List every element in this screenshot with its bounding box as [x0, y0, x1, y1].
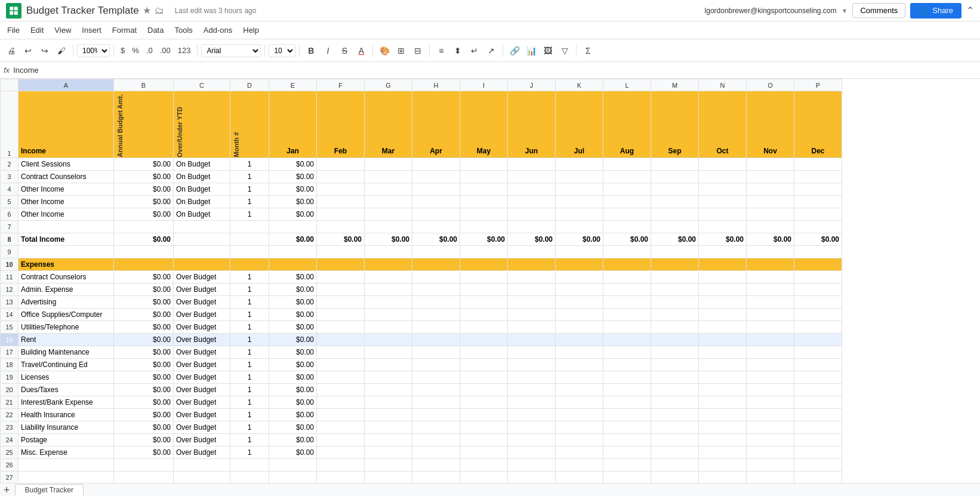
borders-button[interactable]: ⊞	[393, 43, 409, 58]
header-cell-income[interactable]: Income	[19, 91, 114, 158]
cell-M2[interactable]	[651, 158, 699, 171]
cell-I26[interactable]	[460, 459, 508, 472]
total-income-mar[interactable]: $0.00	[365, 233, 412, 246]
cell-F9[interactable]	[317, 246, 365, 258]
cell-K5[interactable]	[556, 196, 603, 208]
cell-C17[interactable]: Over Budget	[174, 346, 230, 359]
cell-N13[interactable]	[699, 296, 747, 309]
cell-H7[interactable]	[412, 221, 460, 233]
cell-F21[interactable]	[317, 396, 365, 409]
cell-J5[interactable]	[508, 196, 556, 208]
cell-M11[interactable]	[651, 271, 699, 284]
cell-J15[interactable]	[508, 321, 556, 334]
col-header-H[interactable]: H	[412, 79, 460, 91]
cell-G12[interactable]	[365, 284, 412, 296]
cell-O27[interactable]	[747, 472, 794, 483]
cell-E18[interactable]: $0.00	[269, 359, 317, 371]
col-header-M[interactable]: M	[651, 79, 699, 91]
cell-L19[interactable]	[603, 371, 651, 384]
cell-A16[interactable]: Rent	[19, 334, 114, 346]
cell-N23[interactable]	[699, 421, 747, 434]
cell-N17[interactable]	[699, 346, 747, 359]
cell-O22[interactable]	[747, 409, 794, 421]
cell-F6[interactable]	[317, 208, 365, 221]
cell-D22[interactable]: 1	[230, 409, 269, 421]
cell-M6[interactable]	[651, 208, 699, 221]
cell-D4[interactable]: 1	[230, 183, 269, 196]
menu-format[interactable]: Format	[107, 24, 141, 36]
share-button[interactable]: 👤 Share	[910, 3, 961, 19]
cell-H23[interactable]	[412, 421, 460, 434]
cell-P15[interactable]	[794, 321, 842, 334]
cell-B11[interactable]: $0.00	[114, 271, 174, 284]
font-size-select[interactable]: 10	[269, 44, 295, 57]
cell-I18[interactable]	[460, 359, 508, 371]
cell-A23[interactable]: Liability Insurance	[19, 421, 114, 434]
cell-K3[interactable]	[556, 171, 603, 183]
total-income-dec[interactable]: $0.00	[794, 233, 842, 246]
cell-B7[interactable]	[114, 221, 174, 233]
cell-F3[interactable]	[317, 171, 365, 183]
cell-G6[interactable]	[365, 208, 412, 221]
cell-H13[interactable]	[412, 296, 460, 309]
cell-D6[interactable]: 1	[230, 208, 269, 221]
menu-view[interactable]: View	[50, 24, 76, 36]
cell-J16[interactable]	[508, 334, 556, 346]
cell-J4[interactable]	[508, 183, 556, 196]
cell-F2[interactable]	[317, 158, 365, 171]
cell-F7[interactable]	[317, 221, 365, 233]
cell-E4[interactable]: $0.00	[269, 183, 317, 196]
cell-A5[interactable]: Other Income	[19, 196, 114, 208]
cell-J3[interactable]	[508, 171, 556, 183]
cell-M4[interactable]	[651, 183, 699, 196]
cell-M23[interactable]	[651, 421, 699, 434]
dec0-button[interactable]: .0	[143, 45, 156, 56]
cell-P19[interactable]	[794, 371, 842, 384]
cell-I22[interactable]	[460, 409, 508, 421]
cell-G18[interactable]	[365, 359, 412, 371]
cell-K16[interactable]	[556, 334, 603, 346]
text-wrap-button[interactable]: ↵	[467, 43, 482, 58]
col-header-O[interactable]: O	[747, 79, 794, 91]
cell-L12[interactable]	[603, 284, 651, 296]
header-cell-mar[interactable]: Mar	[365, 91, 412, 158]
cell-H16[interactable]	[412, 334, 460, 346]
redo-icon[interactable]: ↪	[37, 43, 53, 58]
cell-C26[interactable]	[174, 459, 230, 472]
cell-O6[interactable]	[747, 208, 794, 221]
cell-K12[interactable]	[556, 284, 603, 296]
cell-A22[interactable]: Health Insurance	[19, 409, 114, 421]
cell-O7[interactable]	[747, 221, 794, 233]
align-vertical-button[interactable]: ⬍	[450, 43, 466, 58]
cell-G22[interactable]	[365, 409, 412, 421]
header-cell-month[interactable]: Month #	[230, 91, 269, 158]
cell-H15[interactable]	[412, 321, 460, 334]
cell-G5[interactable]	[365, 196, 412, 208]
cell-A18[interactable]: Travel/Continuing Ed	[19, 359, 114, 371]
cell-F11[interactable]	[317, 271, 365, 284]
cell-J12[interactable]	[508, 284, 556, 296]
cell-E10[interactable]	[269, 258, 317, 271]
header-cell-overunder[interactable]: Over/Under YTD	[174, 91, 230, 158]
cell-G4[interactable]	[365, 183, 412, 196]
cell-O11[interactable]	[747, 271, 794, 284]
cell-F17[interactable]	[317, 346, 365, 359]
cell-N19[interactable]	[699, 371, 747, 384]
cell-M26[interactable]	[651, 459, 699, 472]
header-cell-jul[interactable]: Jul	[556, 91, 603, 158]
text-color-button[interactable]: A	[353, 43, 369, 58]
cell-I24[interactable]	[460, 434, 508, 446]
total-income-apr[interactable]: $0.00	[412, 233, 460, 246]
cell-G11[interactable]	[365, 271, 412, 284]
cell-O3[interactable]	[747, 171, 794, 183]
header-cell-oct[interactable]: Oct	[699, 91, 747, 158]
cell-A27[interactable]	[19, 472, 114, 483]
cell-E19[interactable]: $0.00	[269, 371, 317, 384]
cell-E21[interactable]: $0.00	[269, 396, 317, 409]
cell-E14[interactable]: $0.00	[269, 309, 317, 321]
cell-E5[interactable]: $0.00	[269, 196, 317, 208]
total-income-label[interactable]: Total Income	[19, 233, 114, 246]
cell-C6[interactable]: On Budget	[174, 208, 230, 221]
cell-C4[interactable]: On Budget	[174, 183, 230, 196]
cell-I21[interactable]	[460, 396, 508, 409]
